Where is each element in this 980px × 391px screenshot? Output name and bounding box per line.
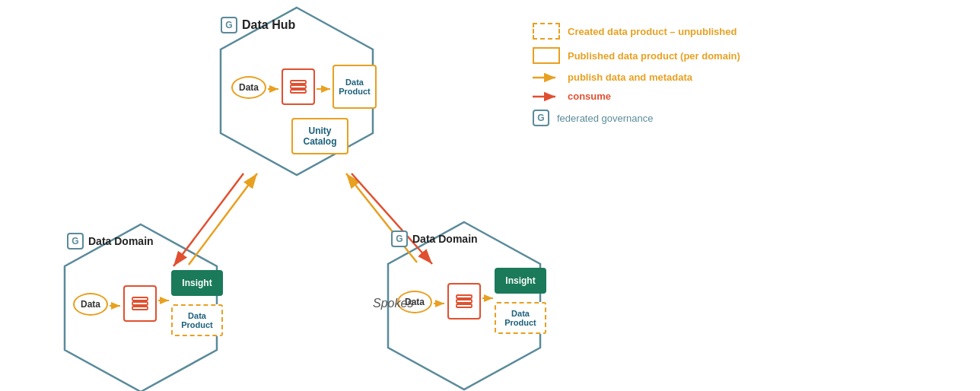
svg-line-7 bbox=[346, 173, 417, 262]
right-domain-title: Data Domain bbox=[412, 233, 478, 245]
left-stack-icon bbox=[123, 285, 157, 322]
svg-rect-20 bbox=[132, 302, 148, 305]
left-insight-box: Insight bbox=[171, 270, 223, 296]
right-data-product-dashed: Data Product bbox=[495, 302, 546, 334]
legend-item-consume: consume bbox=[533, 91, 959, 102]
svg-line-9 bbox=[352, 173, 432, 264]
diagram-area: G Data Hub Data Da bbox=[0, 0, 593, 391]
svg-rect-19 bbox=[132, 307, 148, 310]
svg-line-8 bbox=[173, 173, 243, 266]
legend-publish-arrow-text: publish data and metadata bbox=[568, 72, 692, 83]
svg-rect-12 bbox=[291, 90, 306, 93]
hub-data-arrow bbox=[268, 84, 283, 94]
legend-area: Created data product – unpublished Publi… bbox=[533, 23, 959, 134]
left-data-node: Data bbox=[73, 293, 108, 316]
right-insight-box: Insight bbox=[495, 268, 546, 294]
right-stack-icon bbox=[447, 283, 481, 319]
svg-rect-14 bbox=[291, 81, 306, 84]
svg-rect-26 bbox=[457, 304, 472, 307]
legend-governance-text: federated governance bbox=[557, 113, 653, 124]
spokes-label: Spokes bbox=[373, 297, 413, 310]
hub-data-node: Data bbox=[231, 76, 266, 99]
legend-unpublished-text: Created data product – unpublished bbox=[568, 26, 737, 37]
left-domain-g-badge: G bbox=[67, 233, 84, 250]
svg-rect-13 bbox=[291, 85, 306, 88]
legend-red-arrow-icon bbox=[533, 91, 560, 102]
legend-item-unpublished: Created data product – unpublished bbox=[533, 23, 959, 40]
right-data-arrow bbox=[434, 298, 449, 309]
svg-rect-28 bbox=[457, 295, 472, 298]
svg-rect-21 bbox=[132, 297, 148, 300]
left-data-product-dashed: Data Product bbox=[171, 304, 223, 336]
legend-item-publish-arrow: publish data and metadata bbox=[533, 72, 959, 83]
svg-line-6 bbox=[189, 173, 257, 265]
legend-dashed-box-icon bbox=[533, 23, 560, 40]
left-data-arrow bbox=[110, 300, 125, 311]
legend-published-text: Published data product (per domain) bbox=[568, 50, 740, 62]
right-domain-header: G Data Domain bbox=[391, 230, 478, 247]
hub-g-badge: G bbox=[221, 17, 237, 33]
legend-consume-text: consume bbox=[568, 91, 611, 102]
left-domain-header: G Data Domain bbox=[67, 233, 154, 250]
legend-g-badge-icon: G bbox=[533, 110, 549, 126]
left-domain-title: Data Domain bbox=[88, 235, 154, 247]
svg-rect-27 bbox=[457, 300, 472, 303]
legend-orange-arrow-icon bbox=[533, 72, 560, 83]
legend-item-published: Published data product (per domain) bbox=[533, 47, 959, 64]
hub-stack-icon bbox=[282, 68, 315, 105]
hub-data-product-box: Data Product bbox=[332, 65, 377, 109]
legend-item-governance: G federated governance bbox=[533, 110, 959, 126]
hub-header: G Data Hub bbox=[221, 17, 295, 33]
right-domain-g-badge: G bbox=[391, 230, 408, 247]
hub-title: Data Hub bbox=[242, 18, 295, 32]
hub-unity-catalog-box: Unity Catalog bbox=[291, 118, 348, 154]
legend-solid-box-icon bbox=[533, 47, 560, 64]
